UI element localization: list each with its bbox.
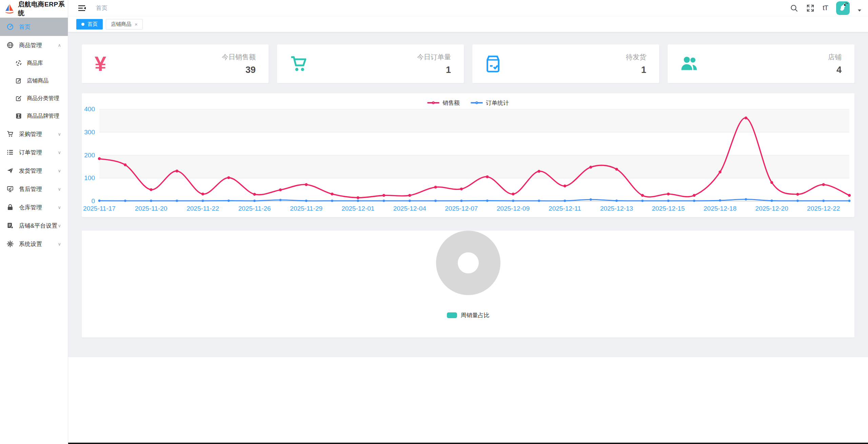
- legend-item-销售额[interactable]: 销售额: [427, 99, 460, 107]
- breadcrumb[interactable]: 首页: [96, 4, 107, 12]
- svg-text:400: 400: [84, 107, 95, 113]
- sidebar-item-home[interactable]: 首页: [0, 18, 68, 36]
- cart-icon: [7, 131, 14, 137]
- app-logo: 启航电商ERP系统: [0, 0, 68, 18]
- package-icon: [485, 55, 501, 73]
- collapse-menu-icon[interactable]: [78, 5, 86, 12]
- svg-text:2025-11-29: 2025-11-29: [290, 205, 322, 212]
- svg-text:2025-12-22: 2025-12-22: [807, 205, 840, 212]
- avatar[interactable]: [836, 1, 850, 15]
- svg-text:100: 100: [84, 174, 95, 181]
- legend-swatch-icon[interactable]: [447, 312, 457, 318]
- chevron-down-icon: ∨: [58, 132, 61, 137]
- svg-text:2025-12-15: 2025-12-15: [652, 205, 685, 212]
- stat-label: 待发货: [626, 53, 646, 62]
- stat-card-sales: ¥ 今日销售额 39: [82, 44, 269, 83]
- chevron-down-icon: ∨: [58, 150, 61, 155]
- svg-text:2025-11-20: 2025-11-20: [135, 205, 167, 212]
- window-bottom-edge: [0, 443, 868, 444]
- pie-legend-label[interactable]: 周销量占比: [461, 311, 490, 319]
- sidebar-item-label: 商品品牌管理: [27, 113, 59, 120]
- cart-icon: [290, 55, 308, 72]
- aftersale-icon: [7, 186, 14, 192]
- chevron-down-icon: ∨: [58, 223, 61, 228]
- svg-text:2025-12-04: 2025-12-04: [393, 205, 427, 212]
- chevron-down-icon: ∨: [58, 205, 61, 210]
- tab-store-goods[interactable]: 店铺商品: [106, 19, 143, 30]
- sidebar-item-shipping-mgmt[interactable]: 发货管理 ∨: [0, 161, 68, 180]
- sidebar-item-label: 店铺&平台设置: [19, 222, 57, 230]
- donut-chart: [436, 231, 500, 295]
- tab-home[interactable]: 首页: [76, 19, 103, 30]
- sidebar-item-order-mgmt[interactable]: 订单管理 ∨: [0, 143, 68, 161]
- main-content: ¥ 今日销售额 39 今日订单量 1 待发货 1: [68, 32, 868, 357]
- svg-text:300: 300: [84, 129, 95, 136]
- stat-value: 1: [417, 65, 451, 75]
- edit-icon: [16, 78, 22, 84]
- svg-text:200: 200: [84, 152, 95, 159]
- target-icon: [16, 60, 22, 66]
- users-icon: [680, 55, 698, 72]
- stat-value: 4: [828, 65, 842, 75]
- sidebar-item-label: 商品库: [27, 60, 43, 67]
- search-icon[interactable]: [790, 4, 798, 12]
- svg-text:2025-11-17: 2025-11-17: [83, 205, 116, 212]
- sidebar-item-goods-category[interactable]: 商品分类管理: [0, 90, 68, 107]
- sidebar-item-label: 订单管理: [19, 149, 42, 156]
- sidebar: 启航电商ERP系统 首页 商品管理 ∧ 商品库 店铺商品 商品分类管理: [0, 0, 68, 444]
- chevron-up-icon: ∧: [58, 43, 61, 48]
- sales-line-chart-card: 销售额订单统计 01002003004002025-11-172025-11-2…: [82, 93, 854, 217]
- chevron-down-icon: ∨: [58, 187, 61, 192]
- legend-item-订单统计[interactable]: 订单统计: [471, 99, 509, 107]
- legend-line-icon: [427, 100, 439, 105]
- sidebar-item-shop-platform-settings[interactable]: 店铺&平台设置 ∨: [0, 216, 68, 235]
- gear-icon: [7, 240, 14, 247]
- stat-label: 店铺: [828, 53, 842, 62]
- svg-text:2025-12-13: 2025-12-13: [600, 205, 633, 212]
- font-size-icon[interactable]: tT: [823, 4, 828, 12]
- top-header: 首页 tT: [68, 0, 868, 16]
- svg-text:2025-12-20: 2025-12-20: [755, 205, 788, 212]
- fullscreen-icon[interactable]: [806, 4, 814, 12]
- line-chart-legend: 销售额订单统计: [82, 99, 854, 107]
- sidebar-item-label: 系统设置: [19, 240, 42, 248]
- sidebar-item-goods-brand[interactable]: 商品品牌管理: [0, 107, 68, 125]
- sidebar-item-label: 商品分类管理: [27, 95, 59, 102]
- app-title: 启航电商ERP系统: [18, 0, 68, 18]
- tab-bar: 首页 店铺商品: [68, 16, 868, 32]
- svg-text:2025-12-01: 2025-12-01: [341, 205, 374, 212]
- sidebar-item-purchase-mgmt[interactable]: 采购管理 ∨: [0, 125, 68, 143]
- tab-label: 店铺商品: [111, 21, 131, 27]
- svg-text:2025-11-26: 2025-11-26: [238, 205, 271, 212]
- chevron-down-icon[interactable]: [858, 9, 861, 12]
- sidebar-item-system-settings[interactable]: 系统设置 ∨: [0, 235, 68, 253]
- stat-card-orders: 今日订单量 1: [277, 44, 464, 83]
- svg-text:0: 0: [91, 197, 95, 205]
- stat-value: 39: [222, 65, 256, 75]
- legend-line-icon: [471, 100, 483, 105]
- sidebar-item-warehouse-mgmt[interactable]: 仓库管理 ∨: [0, 198, 68, 216]
- svg-text:2025-12-07: 2025-12-07: [445, 205, 478, 212]
- dashboard-icon: [7, 23, 14, 30]
- sidebar-item-aftersale-mgmt[interactable]: 售后管理 ∨: [0, 180, 68, 198]
- header-toolbar: tT: [790, 1, 868, 15]
- chevron-down-icon: ∨: [58, 168, 61, 173]
- sidebar-item-goods-mgmt[interactable]: 商品管理 ∧: [0, 36, 68, 54]
- stat-card-pending-shipment: 待发货 1: [472, 44, 659, 83]
- sidebar-item-label: 仓库管理: [19, 204, 42, 211]
- lock-icon: [7, 204, 14, 211]
- pie-chart-legend: 周销量占比: [82, 311, 854, 319]
- list-icon: [7, 149, 14, 156]
- sales-line-chart: 01002003004002025-11-172025-11-202025-11…: [82, 107, 854, 217]
- svg-text:2025-12-18: 2025-12-18: [704, 205, 736, 212]
- close-icon[interactable]: [135, 22, 138, 27]
- yen-icon: ¥: [95, 53, 106, 74]
- sidebar-item-store-goods[interactable]: 店铺商品: [0, 72, 68, 90]
- sidebar-item-label: 店铺商品: [27, 77, 48, 84]
- weekly-sales-pie-card: 周销量占比: [82, 231, 854, 337]
- edit-square-icon: [16, 95, 22, 101]
- sidebar-item-goods-library[interactable]: 商品库: [0, 54, 68, 72]
- stat-value: 1: [626, 65, 646, 75]
- active-dot-icon: [81, 23, 84, 26]
- globe-icon: [7, 42, 14, 49]
